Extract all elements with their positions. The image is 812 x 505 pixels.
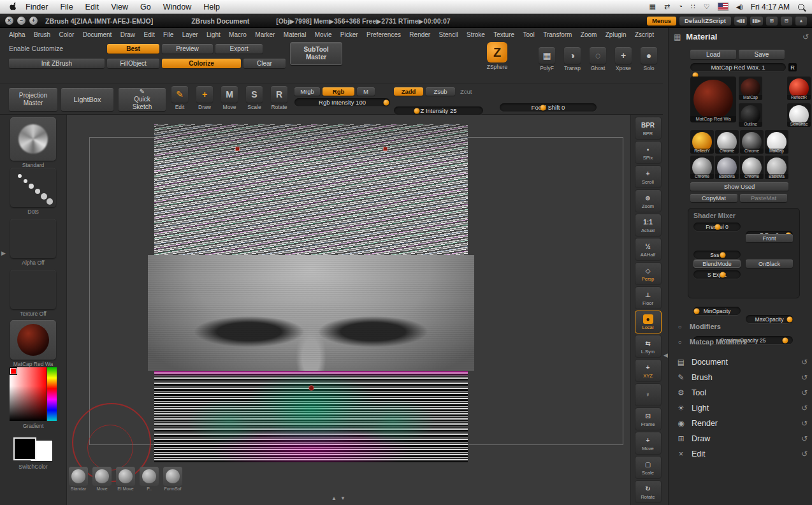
material-thumb[interactable]: Chrome	[715, 130, 739, 154]
menu-item[interactable]: Texture	[493, 31, 514, 38]
menu-item[interactable]: Document	[83, 31, 112, 38]
spotlight-icon[interactable]	[798, 4, 804, 10]
blendmode-button[interactable]: BlendMode	[693, 260, 741, 268]
zadd-button[interactable]: Zadd	[394, 87, 423, 96]
menu-item[interactable]: Marker	[255, 31, 275, 38]
status-icon[interactable]: ▦	[649, 3, 656, 11]
mac-menu-item[interactable]: Edit	[85, 3, 99, 11]
focal-shift-slider[interactable]: Focal Shift 0	[500, 103, 597, 112]
palette-row[interactable]: × Edit ↺	[674, 446, 810, 462]
show-used-button[interactable]: Show Used	[690, 182, 788, 191]
scroll-down-icon[interactable]: ▼	[340, 495, 345, 501]
primary-color-swatch[interactable]	[13, 437, 36, 460]
current-brush[interactable]: Standard	[10, 117, 57, 168]
z-intensity-slider[interactable]: Z Intensity 25	[394, 106, 483, 115]
right-tray-expander-icon[interactable]: ◀	[663, 352, 668, 358]
canvas-tool-button[interactable]: ⊡ Frame	[635, 407, 662, 430]
slider-knob[interactable]	[414, 108, 420, 113]
mode-button[interactable]: S Scale	[243, 86, 266, 110]
menu-item[interactable]: Alpha	[9, 31, 25, 38]
status-icon[interactable]: ♡	[704, 3, 710, 11]
menu-item[interactable]: Transform	[543, 31, 572, 38]
palette-reload-icon[interactable]: ↺	[801, 388, 808, 397]
volume-icon[interactable]: ◀))	[736, 4, 743, 10]
titlebar-icon-button[interactable]: ◀▮▮	[734, 17, 747, 26]
pastemat-button[interactable]: PasteMat	[740, 194, 787, 202]
zcut-button[interactable]: Zcut	[460, 88, 472, 95]
menu-item[interactable]: Stroke	[467, 31, 485, 38]
copymat-button[interactable]: CopyMat	[690, 194, 737, 202]
sculpt-render[interactable]	[154, 124, 468, 462]
palette-reload-icon[interactable]: ↺	[801, 450, 808, 458]
titlebar-icon-button[interactable]: ▮▮▶	[750, 17, 763, 26]
canvas-tool-button[interactable]: ↻ Rotate	[635, 480, 662, 503]
palette-reload-icon[interactable]: ↺	[801, 358, 808, 367]
material-thumb[interactable]: Chrome	[690, 156, 714, 179]
shelf-tool-button[interactable]: ▦ PolyF	[535, 47, 558, 71]
material-thumb[interactable]: SkinShac	[787, 103, 811, 127]
recent-brush-button[interactable]: P..	[140, 467, 159, 491]
menu-item[interactable]: Layer	[182, 31, 198, 38]
zsphere-tool[interactable]: Z ZSphere	[482, 42, 512, 70]
material-thumb[interactable]: ReflectR	[787, 77, 811, 100]
rgb-intensity-slider[interactable]: Rgb Intensity 100	[294, 98, 390, 106]
material-reload-icon[interactable]: ↺	[802, 33, 809, 41]
current-stroke[interactable]: Dots	[10, 168, 57, 215]
mac-menu-item[interactable]: File	[60, 3, 73, 11]
shelf-tool-button[interactable]: ◌ Ghost	[586, 47, 609, 71]
canvas-tool-button[interactable]: ⇆ L.Sym	[635, 335, 662, 358]
input-language-flag-icon[interactable]	[718, 3, 728, 10]
material-thumb[interactable]: ReflectY	[690, 130, 714, 154]
recent-brush-button[interactable]: Standar	[69, 467, 88, 491]
palette-reload-icon[interactable]: ↺	[801, 419, 808, 428]
menu-item[interactable]: Draw	[120, 31, 135, 38]
menu-item[interactable]: Macro	[229, 31, 247, 38]
minimize-button[interactable]: −	[17, 17, 25, 25]
mode-button[interactable]: M Move	[218, 86, 241, 110]
shelf-tool-button[interactable]: + Xpose	[612, 47, 635, 71]
canvas-tool-button[interactable]: 1:1 Actual	[635, 214, 662, 237]
material-thumb[interactable]: BasicMa	[765, 156, 788, 179]
titlebar-icon-button[interactable]: ⊞	[766, 17, 778, 26]
menu-item[interactable]: Zscript	[635, 31, 654, 38]
switch-color[interactable]: SwitchColor	[10, 437, 57, 471]
subtool-master-button[interactable]: SubTool Master	[290, 42, 342, 65]
menu-item[interactable]: File	[163, 31, 173, 38]
left-tray-expander-icon[interactable]: ▶	[1, 250, 6, 256]
menubar-clock[interactable]: Fri 4:17 AM	[751, 3, 790, 11]
canvas-tool-button[interactable]: + Scroll	[635, 165, 662, 188]
material-thumb[interactable]: Chrome	[740, 130, 764, 154]
close-button[interactable]: ×	[5, 17, 13, 25]
canvas-tool-button[interactable]: ◇ Persp	[635, 262, 662, 285]
quick-sketch-button[interactable]: ✎ Quick Sketch	[119, 88, 166, 111]
menu-item[interactable]: Edit	[143, 31, 154, 38]
hue-strip[interactable]	[47, 367, 57, 421]
palette-reload-icon[interactable]: ↺	[801, 434, 808, 443]
current-material-selector[interactable]: MatCap Red Wax. 1	[690, 63, 786, 71]
projection-master-button[interactable]: Projection Master	[9, 88, 57, 111]
menu-item[interactable]: Color	[59, 31, 74, 38]
zsub-button[interactable]: Zsub	[426, 87, 455, 96]
material-thumb[interactable]: MatCap	[739, 77, 762, 100]
modifiers-header[interactable]: ○ Modifiers	[675, 323, 721, 330]
status-icon[interactable]: ⇄	[664, 3, 670, 11]
slider-knob[interactable]	[384, 99, 389, 105]
document-canvas[interactable]: Standar Move El Move P..	[67, 115, 631, 505]
palette-row[interactable]: ✎ Brush ↺	[674, 370, 810, 385]
zoom-button[interactable]: +	[29, 17, 38, 25]
recent-brush-button[interactable]: El Move	[116, 467, 135, 491]
sss-slider[interactable]: Sss 7	[693, 251, 741, 259]
current-material-preview[interactable]: MatCap Red Wa	[690, 77, 736, 122]
palette-row[interactable]: ☀ Light ↺	[674, 400, 810, 416]
canvas-tool-button[interactable]: + Move	[635, 432, 662, 455]
mac-menu-item[interactable]: Finder	[25, 3, 48, 11]
canvas-tool-button[interactable]: BPR BPR	[635, 117, 662, 140]
colorize-button[interactable]: Colorize	[162, 59, 241, 68]
rgb-button[interactable]: Rgb	[323, 87, 354, 96]
menu-item[interactable]: Preferences	[366, 31, 401, 38]
scroll-up-icon[interactable]: ▲	[331, 495, 337, 501]
canvas-tool-button[interactable]: ½ AAHalf	[635, 238, 662, 261]
shelf-tool-button[interactable]: ● Solo	[637, 47, 660, 71]
load-button[interactable]: Load	[690, 50, 736, 59]
enable-customize-button[interactable]: Enable Customize	[9, 45, 63, 52]
